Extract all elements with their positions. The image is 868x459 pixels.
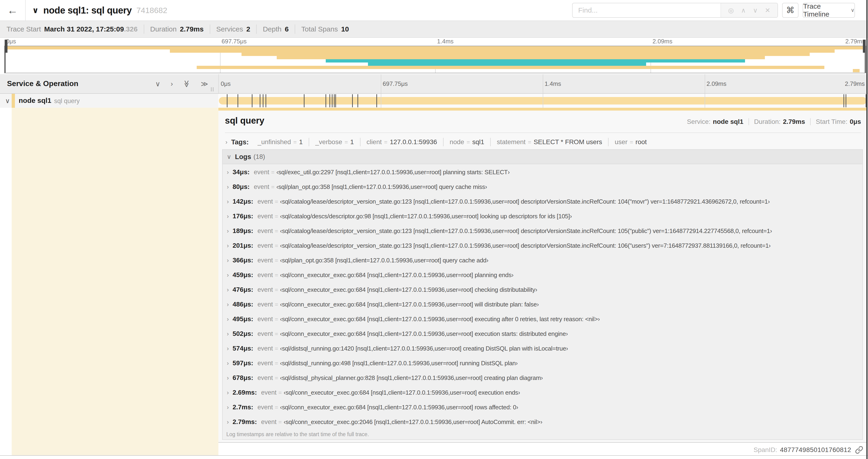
tags-expand-chevron-icon[interactable]: › xyxy=(225,138,227,146)
tags-label[interactable]: Tags: xyxy=(231,138,249,146)
service-operation-header: Service & Operation ∨ › ≫ ≫ xyxy=(0,74,218,93)
tag-value: SELECT * FROM users xyxy=(534,138,602,146)
link-icon[interactable] xyxy=(855,446,863,454)
minimap-span-bar xyxy=(277,56,765,59)
minimap-canvas[interactable] xyxy=(4,46,866,73)
find-box: ◎ ∧ ∨ ✕ xyxy=(572,3,778,18)
logs-label: Logs xyxy=(235,153,251,161)
tag-item[interactable]: node=sql1 xyxy=(443,138,490,146)
tag-key: _verbose xyxy=(315,138,342,146)
tag-key: statement xyxy=(497,138,525,146)
trace-meta-item: Depth6 xyxy=(256,25,295,34)
log-field-key: event xyxy=(257,344,273,353)
log-row[interactable]: ›2.7ms:event=‹sql/conn_executor_exec.go:… xyxy=(223,402,862,417)
log-row[interactable]: ›574μs:event=‹sql/distsql_running.go:142… xyxy=(223,344,862,358)
back-button[interactable]: ← xyxy=(0,0,26,21)
minimap-right-scrubber-grip[interactable] xyxy=(863,40,866,53)
log-field-value: ‹sql/conn_executor_exec.go:684 [nsql1,cl… xyxy=(280,285,537,294)
locate-icon[interactable]: ◎ xyxy=(728,6,734,14)
minimap-tick-label: 2.09ms xyxy=(651,38,673,45)
log-row[interactable]: ›366μs:event=‹sql/plan_opt.go:358 [nsql1… xyxy=(223,256,862,270)
minimap-tick-labels: 0μs697.75μs1.4ms2.09ms2.79ms xyxy=(4,37,866,46)
equals-sign: = xyxy=(275,226,278,236)
span-detail-title: sql query xyxy=(225,116,265,126)
find-input[interactable] xyxy=(572,3,720,17)
tag-item[interactable]: user=root xyxy=(608,138,653,146)
minimap-left-scrubber-grip[interactable] xyxy=(5,40,7,53)
log-row[interactable]: ›597μs:event=‹sql/distsql_running.go:498… xyxy=(223,358,862,373)
meta-value: 6 xyxy=(285,25,289,33)
tag-item[interactable]: client=127.0.0.1:59936 xyxy=(360,138,443,146)
column-resizer-grip[interactable] xyxy=(211,87,214,91)
tag-item[interactable]: _verbose=1 xyxy=(309,138,360,146)
log-row[interactable]: ›201μs:event=‹sql/catalog/lease/descript… xyxy=(223,241,862,256)
log-row[interactable]: ›176μs:event=‹sql/catalog/descs/descript… xyxy=(223,211,862,226)
span-collapse-chevron-icon[interactable]: ∨ xyxy=(5,97,10,105)
span-name-cell[interactable]: ∨ node sql1 sql query xyxy=(0,94,218,108)
log-field-key: event xyxy=(257,226,273,236)
find-suffix-controls: ◎ ∧ ∨ ✕ xyxy=(720,3,777,17)
timeline-right-resizer[interactable] xyxy=(866,0,868,459)
log-row[interactable]: ›495μs:event=‹sql/conn_executor_exec.go:… xyxy=(223,315,862,329)
collapse-one-icon[interactable]: ∨ xyxy=(155,80,160,88)
log-row[interactable]: ›459μs:event=‹sql/conn_executor_exec.go:… xyxy=(223,270,862,285)
log-expand-chevron-icon: › xyxy=(227,167,229,177)
log-row[interactable]: ›486μs:event=‹sql/conn_executor_exec.go:… xyxy=(223,300,862,315)
expand-one-icon[interactable]: › xyxy=(170,80,173,88)
equals-sign: = xyxy=(275,373,278,383)
meta-suffix: .326 xyxy=(124,25,137,33)
collapse-all-icon[interactable]: ≫ xyxy=(183,80,191,88)
tag-item[interactable]: statement=SELECT * FROM users xyxy=(490,138,608,146)
minimap-span-bar xyxy=(170,50,835,53)
log-row[interactable]: ›80μs:event=‹sql/plan_opt.go:358 [nsql1,… xyxy=(223,182,862,197)
ruler-tick-label: 0μs xyxy=(219,80,230,88)
logs-header[interactable]: ∨ Logs (18) xyxy=(223,150,862,164)
timeline-ruler: 0μs697.75μs1.4ms2.09ms2.79ms xyxy=(219,74,867,93)
log-tick-mark xyxy=(330,94,330,107)
timeline-gridline xyxy=(381,94,381,108)
clear-search-icon[interactable]: ✕ xyxy=(765,6,770,14)
log-row[interactable]: ›2.69ms:event=‹sql/conn_executor_exec.go… xyxy=(223,388,862,402)
expand-all-icon[interactable]: ≫ xyxy=(201,80,208,88)
equals-sign: = xyxy=(275,256,278,265)
log-field-value: ‹sql/conn_executor_exec.go:2046 [nsql1,c… xyxy=(284,417,542,427)
meta-value: 10 xyxy=(341,25,349,33)
meta-label: Duration xyxy=(150,25,177,33)
equals-sign: = xyxy=(630,139,633,145)
collapse-trace-chevron-icon[interactable]: ∨ xyxy=(32,6,39,15)
span-row[interactable]: ∨ node sql1 sql query xyxy=(0,94,868,108)
log-tick-mark xyxy=(260,94,260,107)
tag-value: 1 xyxy=(299,138,303,146)
ruler-tick-label: 2.79ms xyxy=(845,80,867,88)
tag-value: sql1 xyxy=(472,138,484,146)
log-row[interactable]: ›476μs:event=‹sql/conn_executor_exec.go:… xyxy=(223,285,862,300)
log-tick-mark xyxy=(238,94,238,107)
meta-label: Depth xyxy=(263,25,281,33)
log-field-value: ‹sql/catalog/lease/descriptor_version_st… xyxy=(280,197,770,206)
equals-sign: = xyxy=(275,358,278,368)
view-select-label: Trace Timeline xyxy=(803,2,847,18)
log-timestamp: 597μs: xyxy=(232,358,253,368)
log-field-key: event xyxy=(257,270,273,280)
log-row[interactable]: ›502μs:event=‹sql/conn_executor_exec.go:… xyxy=(223,329,862,344)
log-row[interactable]: ›678μs:event=‹sql/distsql_physical_plann… xyxy=(223,373,862,388)
log-timestamp: 176μs: xyxy=(232,211,253,221)
log-row[interactable]: ›189μs:event=‹sql/catalog/lease/descript… xyxy=(223,226,862,241)
prev-result-icon[interactable]: ∧ xyxy=(741,6,746,14)
chevron-down-icon: ∨ xyxy=(851,7,855,13)
equals-sign: = xyxy=(275,285,278,294)
keyboard-shortcuts-button[interactable]: ⌘ xyxy=(782,3,799,18)
spanid-row: SpanID: 4877749850101760812 xyxy=(753,445,863,455)
next-result-icon[interactable]: ∨ xyxy=(753,6,758,14)
divider xyxy=(748,118,749,125)
log-timestamp: 189μs: xyxy=(232,226,253,236)
tag-item[interactable]: _unfinished=1 xyxy=(251,138,309,146)
divider xyxy=(810,118,811,125)
log-row[interactable]: ›34μs:event=‹sql/exec_util.go:2297 [nsql… xyxy=(223,167,862,182)
view-select-button[interactable]: Trace Timeline ∨ xyxy=(803,3,855,18)
equals-sign: = xyxy=(384,139,388,145)
trace-id: 7418682 xyxy=(136,6,167,15)
log-row[interactable]: ›142μs:event=‹sql/catalog/lease/descript… xyxy=(223,197,862,211)
timeline-gridline xyxy=(705,94,705,108)
span-bar-viewport[interactable] xyxy=(219,94,867,108)
